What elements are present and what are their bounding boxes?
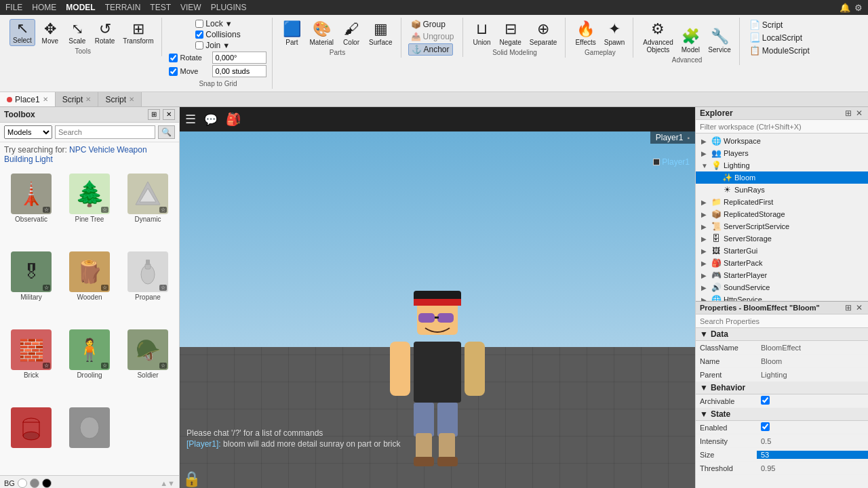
tree-item-server-storage[interactable]: ▶ 🗄 ServerStorage (696, 232, 868, 245)
move-snap-toggle[interactable] (169, 67, 178, 76)
select-tool[interactable]: ↖ Select (9, 19, 35, 46)
tree-item-replicated-first[interactable]: ▶ 📁 ReplicatedFirst (696, 196, 868, 208)
bg-color-black[interactable] (42, 479, 52, 488)
menu-model[interactable]: MODEL (66, 3, 95, 12)
bg-color-white[interactable] (18, 479, 27, 488)
tree-item-starter-player[interactable]: ▶ 🎮 StarterPlayer (696, 269, 868, 281)
tree-item-workspace[interactable]: ▶ 🌐 Workspace (696, 135, 868, 147)
props-section-data[interactable]: ▼ Data (696, 328, 868, 341)
join-option[interactable]: Join ▼ (195, 41, 240, 50)
local-script-btn[interactable]: 📃 LocalScript (747, 32, 805, 43)
rotate-value-input[interactable] (212, 52, 267, 64)
menu-file[interactable]: FILE (5, 3, 22, 12)
tree-item-http-service[interactable]: ▶ 🌐 HttpService (696, 293, 868, 301)
bg-color-gray[interactable] (30, 479, 39, 488)
tree-item-starter-pack[interactable]: ▶ 🎒 StarterPack (696, 257, 868, 269)
tree-item-server-script[interactable]: ▶ 📜 ServerScriptService (696, 220, 868, 232)
suggestion-vehicle[interactable]: Vehicle (88, 145, 115, 155)
doc-tab-place1[interactable]: Place1 ✕ (0, 92, 56, 106)
effects-btn[interactable]: 🔥 Effects (572, 19, 598, 47)
lock-option[interactable]: Lock ▼ (195, 19, 240, 28)
anchor-btn[interactable]: ⚓ Anchor (408, 43, 453, 56)
move-tool[interactable]: ✥ Move (38, 20, 62, 46)
ungroup-btn[interactable]: 📤 Ungroup (408, 31, 457, 42)
group-btn[interactable]: 📦 Group (408, 19, 448, 30)
toolbox-item-brick[interactable]: 🧱 ☆ Brick (4, 327, 58, 401)
separate-btn[interactable]: ⊕ Separate (527, 19, 560, 47)
suggestion-weapon[interactable]: Weapon (117, 145, 146, 155)
explorer-filter-input[interactable] (696, 120, 868, 134)
tree-item-players[interactable]: ▶ 👥 Players (696, 147, 868, 159)
menu-test[interactable]: TEST (150, 3, 171, 12)
script-btn[interactable]: 📄 Script (747, 19, 786, 30)
suggestion-light[interactable]: Light (35, 155, 53, 164)
menu-terrain[interactable]: TERRAIN (105, 3, 141, 12)
explorer-close-btn[interactable]: ✕ (854, 108, 864, 118)
collisions-option[interactable]: Collisions (195, 30, 240, 39)
toolbox-search-btn[interactable]: 🔍 (158, 125, 175, 139)
tree-item-starter-gui[interactable]: ▶ 🖼 StarterGui (696, 245, 868, 257)
toolbox-close-btn[interactable]: ✕ (163, 109, 175, 120)
scale-tool[interactable]: ⤡ Scale (65, 20, 90, 46)
tree-item-sound-service[interactable]: ▶ 🔊 SoundService (696, 281, 868, 293)
size-val[interactable]: 53 (757, 451, 868, 459)
toolbox-item-gray[interactable] (62, 405, 117, 471)
spawn-btn[interactable]: ✦ Spawn (601, 19, 628, 47)
doc-tab-script1[interactable]: Script ✕ (56, 92, 99, 106)
toolbox-item-dynamic[interactable]: ☆ Dynamic (121, 171, 175, 245)
enabled-checkbox[interactable] (761, 422, 770, 431)
toolbox-item-propane[interactable]: ☆ Propane (121, 249, 175, 323)
toolbox-search-input[interactable] (55, 125, 155, 139)
archivable-checkbox[interactable] (761, 396, 770, 405)
doc-tab-script2[interactable]: Script ✕ (98, 92, 142, 106)
properties-expand-btn[interactable]: ⊞ (844, 303, 853, 312)
props-section-behavior[interactable]: ▼ Behavior (696, 382, 868, 394)
tree-item-bloom[interactable]: ✨ Bloom (696, 171, 868, 184)
props-row-size[interactable]: Size 53 (696, 448, 868, 462)
toolbox-item-soldier[interactable]: 🪖 ☆ Soldier (121, 327, 175, 401)
toolbox-item-barrel[interactable] (4, 405, 58, 471)
negate-btn[interactable]: ⊟ Negate (497, 19, 524, 47)
service-btn[interactable]: 🔧 Service (705, 26, 733, 55)
properties-search-input[interactable] (696, 314, 868, 328)
doc-tab-place1-close[interactable]: ✕ (43, 96, 48, 103)
color-btn[interactable]: 🖌 Color (339, 19, 363, 47)
minimize-icon[interactable]: 🔔 (840, 3, 850, 13)
rotate-tool[interactable]: ↺ Rotate (92, 20, 117, 46)
viewport-chat-btn[interactable]: 💬 (203, 112, 219, 127)
module-script-btn[interactable]: 📋 ModuleScript (747, 45, 812, 56)
explorer-expand-btn[interactable]: ⊞ (844, 108, 853, 118)
lock-overlay[interactable]: 🔒 (182, 470, 201, 488)
doc-tab-script2-close[interactable]: ✕ (129, 96, 134, 103)
tree-item-sunrays[interactable]: ☀ SunRays (696, 184, 868, 196)
settings-icon[interactable]: ⚙ (854, 3, 863, 13)
menu-home[interactable]: HOME (32, 3, 56, 12)
menu-view[interactable]: VIEW (180, 3, 201, 12)
properties-close-btn[interactable]: ✕ (854, 303, 864, 312)
surface-btn[interactable]: ▦ Surface (366, 19, 395, 47)
move-value-input[interactable] (212, 65, 267, 77)
viewport-backpack-btn[interactable]: 🎒 (224, 110, 242, 128)
viewport-canvas[interactable]: Player1 ▪ Player1 Please chat '/?' for a… (180, 131, 695, 488)
transform-tool[interactable]: ⊞ Transform (120, 20, 156, 46)
toolbox-expand-btn[interactable]: ⊞ (148, 109, 160, 120)
suggestion-npc[interactable]: NPC (69, 145, 86, 155)
toolbox-item-pine-tree[interactable]: 🌲 ☆ Pine Tree (62, 171, 117, 245)
model-btn[interactable]: 🧩 Model (678, 26, 703, 55)
union-btn[interactable]: ⊔ Union (470, 19, 494, 47)
toolbox-item-military[interactable]: 🎖 ☆ Military (4, 249, 58, 323)
tree-item-lighting[interactable]: ▼ 💡 Lighting (696, 159, 868, 171)
tree-item-replicated-storage[interactable]: ▶ 📦 ReplicatedStorage (696, 208, 868, 220)
suggestion-building[interactable]: Building (4, 155, 33, 164)
props-section-state[interactable]: ▼ State (696, 408, 868, 421)
toolbox-category-select[interactable]: Models Plugins Decals (4, 125, 52, 139)
toolbox-item-wooden[interactable]: 🪵 ☆ Wooden (62, 249, 117, 323)
advanced-objects-btn[interactable]: ⚙ Advanced Objects (640, 19, 675, 55)
doc-tab-script1-close[interactable]: ✕ (85, 96, 91, 103)
menu-plugins[interactable]: PLUGINS (211, 3, 247, 12)
toolbox-item-observatic[interactable]: 🗼 ☆ Observatic (4, 171, 58, 245)
viewport-menu-btn[interactable]: ☰ (184, 110, 197, 128)
material-btn[interactable]: 🎨 Material (307, 19, 336, 47)
rotate-snap-toggle[interactable] (169, 54, 178, 62)
part-btn[interactable]: 🟦 Part (279, 19, 304, 47)
